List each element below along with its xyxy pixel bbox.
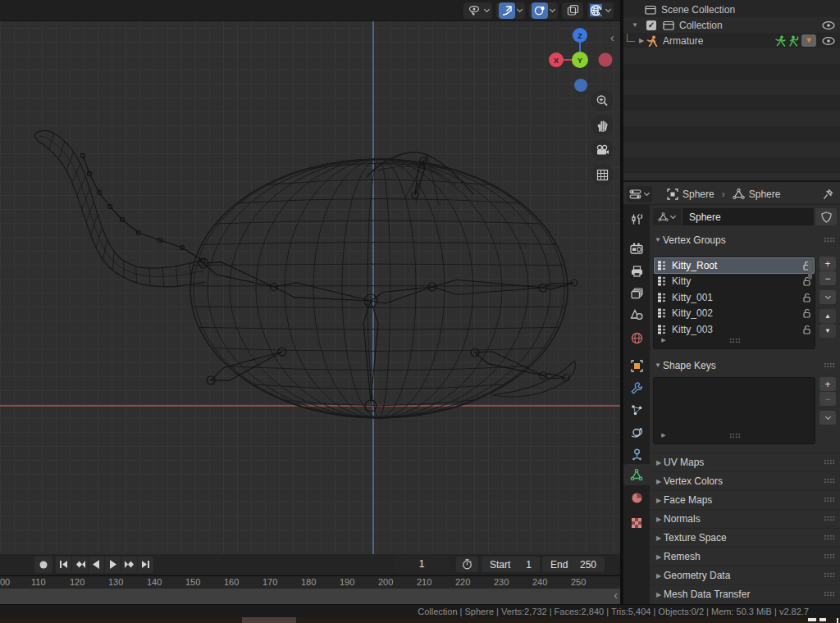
- shape-key-specials-button[interactable]: [819, 411, 836, 425]
- remove-shape-key-button[interactable]: −: [819, 392, 836, 406]
- unlock-icon[interactable]: [801, 293, 811, 302]
- ortho-grid-button[interactable]: [591, 164, 613, 185]
- vertex-group-row[interactable]: Kitty_Root: [654, 257, 815, 274]
- tab-world[interactable]: [623, 327, 650, 348]
- tab-output[interactable]: [623, 261, 650, 282]
- tab-material[interactable]: [623, 487, 650, 508]
- prev-keyframe-button[interactable]: [72, 557, 88, 573]
- list-scrollbar[interactable]: [808, 260, 812, 280]
- tab-texture[interactable]: [623, 512, 650, 534]
- timeline-track-area[interactable]: ‹: [0, 589, 620, 604]
- play-button[interactable]: [105, 557, 121, 573]
- gizmo-neg-x-axis[interactable]: [599, 53, 613, 67]
- unlock-icon[interactable]: [801, 308, 811, 318]
- panel-face-maps[interactable]: ▶ Face Maps: [650, 490, 840, 509]
- show-overlays-button[interactable]: [529, 2, 558, 19]
- drag-handle-icon[interactable]: [824, 497, 835, 503]
- panel-normals[interactable]: ▶ Normals: [650, 509, 840, 528]
- eye-visibility-icon[interactable]: [822, 37, 835, 45]
- auto-keyframe-record-button[interactable]: [34, 557, 52, 573]
- vertex-group-row[interactable]: Kitty: [654, 274, 815, 290]
- remove-vertex-group-button[interactable]: −: [819, 271, 836, 285]
- frame-start-field[interactable]: Start 1: [482, 557, 540, 572]
- current-frame-field[interactable]: 1: [394, 557, 450, 572]
- breadcrumb-object-name[interactable]: Sphere: [682, 189, 714, 200]
- cat-wireframe-model[interactable]: [0, 0, 622, 554]
- resize-grip-icon[interactable]: [729, 338, 741, 344]
- navigation-gizmo[interactable]: Z X Y: [543, 25, 617, 98]
- add-vertex-group-button[interactable]: +: [819, 257, 836, 271]
- vertex-group-specials-button[interactable]: [819, 290, 836, 304]
- mesh-name-field[interactable]: Sphere: [682, 208, 814, 225]
- mesh-datablock-dropdown[interactable]: [653, 208, 681, 225]
- frame-end-field[interactable]: End 250: [542, 557, 605, 572]
- filter-expand-icon[interactable]: ▶: [659, 337, 669, 343]
- collection-checkbox[interactable]: ✓: [646, 20, 656, 30]
- jump-to-start-button[interactable]: [56, 557, 71, 573]
- tab-render[interactable]: [623, 238, 650, 259]
- jump-to-end-button[interactable]: [138, 557, 153, 573]
- camera-view-button[interactable]: [591, 139, 613, 161]
- outliner[interactable]: Scene Collection ▼ ✓ Collection ▶: [623, 0, 840, 182]
- breadcrumb-data-name[interactable]: Sphere: [749, 189, 781, 200]
- timeline-ruler[interactable]: 00 110 120 130 140 150 160 170 180 190 2…: [0, 576, 620, 589]
- drag-handle-icon[interactable]: [824, 362, 835, 369]
- disclosure-triangle-icon[interactable]: ▶: [637, 37, 646, 44]
- disclosure-triangle-icon[interactable]: ▼: [630, 21, 640, 29]
- eye-visibility-icon[interactable]: [822, 21, 835, 30]
- tab-object-data[interactable]: [623, 464, 650, 485]
- show-gizmo-button[interactable]: [496, 2, 525, 19]
- shape-keys-list[interactable]: ▶: [653, 377, 815, 444]
- zoom-button[interactable]: [591, 90, 613, 111]
- drag-handle-icon[interactable]: [824, 591, 835, 598]
- move-group-down-button[interactable]: ▼: [819, 324, 836, 338]
- tab-scene[interactable]: [623, 304, 650, 325]
- panel-texture-space[interactable]: ▶ Texture Space: [650, 528, 840, 547]
- origin-triangle-badge[interactable]: ▼: [801, 34, 816, 47]
- tab-object[interactable]: [623, 355, 650, 376]
- play-reverse-button[interactable]: [89, 557, 104, 573]
- drag-handle-icon[interactable]: [824, 237, 835, 243]
- vertex-groups-header[interactable]: ▼ Vertex Groups: [650, 233, 840, 247]
- unlock-icon[interactable]: [801, 325, 811, 334]
- outliner-row-collection[interactable]: ▼ ✓ Collection: [623, 17, 840, 33]
- outliner-row-armature[interactable]: ▶ Armature ▼: [623, 33, 840, 48]
- tab-constraints[interactable]: [623, 443, 650, 465]
- timeline-collapse-arrow[interactable]: ‹: [614, 589, 618, 602]
- tab-tool[interactable]: [623, 208, 650, 230]
- tab-particles[interactable]: [623, 399, 650, 421]
- outliner-row-scene-collection[interactable]: Scene Collection: [623, 2, 840, 17]
- panel-geometry-data[interactable]: ▶ Geometry Data: [650, 566, 840, 584]
- 3d-viewport[interactable]: ‹ Z X Y: [0, 0, 622, 554]
- panel-mesh-data-transfer[interactable]: ▶ Mesh Data Transfer: [650, 584, 840, 603]
- vertex-group-row[interactable]: Kitty_002: [654, 306, 815, 322]
- next-keyframe-button[interactable]: [121, 557, 137, 573]
- drag-handle-icon[interactable]: [824, 553, 835, 560]
- panel-vertex-colors[interactable]: ▶ Vertex Colors: [650, 471, 840, 490]
- vertex-groups-list[interactable]: Kitty_Root Kitty: [653, 257, 815, 349]
- vertex-group-row[interactable]: Kitty_003: [654, 321, 815, 338]
- editor-type-dropdown[interactable]: [627, 186, 652, 202]
- drag-handle-icon[interactable]: [824, 478, 835, 484]
- tab-physics[interactable]: [623, 421, 650, 443]
- drag-handle-icon[interactable]: [824, 459, 835, 466]
- add-shape-key-button[interactable]: +: [819, 377, 836, 391]
- gizmo-neg-z-axis[interactable]: [574, 79, 587, 92]
- object-visibility-button[interactable]: [463, 2, 492, 19]
- tab-view-layer[interactable]: [623, 283, 650, 304]
- timeline-editor[interactable]: 1 Start 1 End 250 00 110 120 1: [0, 554, 622, 604]
- shading-dropdown-icon[interactable]: [605, 7, 611, 13]
- drag-handle-icon[interactable]: [824, 516, 835, 522]
- vertex-group-row[interactable]: Kitty_001: [654, 289, 815, 306]
- panel-remesh[interactable]: ▶ Remesh: [650, 547, 840, 566]
- panel-uv-maps[interactable]: ▶ UV Maps: [650, 452, 840, 471]
- drag-handle-icon[interactable]: [824, 534, 835, 541]
- fake-user-shield-button[interactable]: [815, 208, 837, 225]
- pin-icon[interactable]: [823, 189, 833, 200]
- pan-hand-button[interactable]: [591, 115, 613, 136]
- resize-grip-icon[interactable]: [729, 433, 741, 439]
- filter-expand-icon[interactable]: ▶: [659, 432, 669, 439]
- xray-toggle[interactable]: [562, 2, 583, 19]
- tab-modifiers[interactable]: [623, 377, 650, 398]
- preview-range-clock-button[interactable]: [456, 557, 478, 572]
